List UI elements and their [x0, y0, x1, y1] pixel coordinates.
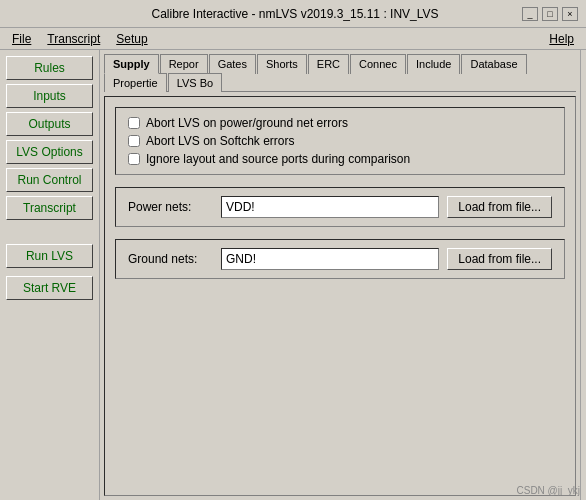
checkbox-ignore-ports[interactable]	[128, 153, 140, 165]
tab-properties[interactable]: Propertie	[104, 73, 167, 92]
tab-shorts[interactable]: Shorts	[257, 54, 307, 74]
content-area: Supply Repor Gates Shorts ERC Connec Inc…	[100, 50, 580, 500]
right-border	[580, 50, 586, 500]
checkbox-abort-power-label: Abort LVS on power/ground net errors	[146, 116, 348, 130]
checkbox-abort-softchk[interactable]	[128, 135, 140, 147]
tab-supply[interactable]: Supply	[104, 54, 159, 74]
tab-connect[interactable]: Connec	[350, 54, 406, 74]
menu-help[interactable]: Help	[541, 30, 582, 48]
checkbox-row-abort-power: Abort LVS on power/ground net errors	[128, 116, 552, 130]
ground-nets-label: Ground nets:	[128, 252, 213, 266]
tab-database[interactable]: Database	[461, 54, 526, 74]
checkbox-row-ignore-ports: Ignore layout and source ports during co…	[128, 152, 552, 166]
checkbox-group: Abort LVS on power/ground net errors Abo…	[115, 107, 565, 175]
sidebar-btn-outputs[interactable]: Outputs	[6, 112, 93, 136]
close-button[interactable]: ×	[562, 7, 578, 21]
checkbox-abort-softchk-label: Abort LVS on Softchk errors	[146, 134, 295, 148]
start-rve-button[interactable]: Start RVE	[6, 276, 93, 300]
checkbox-abort-power[interactable]	[128, 117, 140, 129]
power-nets-label: Power nets:	[128, 200, 213, 214]
tab-bar: Supply Repor Gates Shorts ERC Connec Inc…	[104, 54, 576, 92]
power-nets-load-button[interactable]: Load from file...	[447, 196, 552, 218]
title-bar: Calibre Interactive - nmLVS v2019.3_15.1…	[0, 0, 586, 28]
ground-nets-load-button[interactable]: Load from file...	[447, 248, 552, 270]
checkbox-ignore-ports-label: Ignore layout and source ports during co…	[146, 152, 410, 166]
ground-nets-row: Ground nets: Load from file...	[115, 239, 565, 279]
window-title: Calibre Interactive - nmLVS v2019.3_15.1…	[68, 7, 522, 21]
ground-nets-input[interactable]	[221, 248, 439, 270]
sidebar-btn-lvs-options[interactable]: LVS Options	[6, 140, 93, 164]
window-controls: _ □ ×	[522, 7, 578, 21]
menu-bar: File Transcript Setup Help	[0, 28, 586, 50]
supply-panel: Abort LVS on power/ground net errors Abo…	[104, 96, 576, 496]
main-layout: Rules Inputs Outputs LVS Options Run Con…	[0, 50, 586, 500]
sidebar-btn-transcript[interactable]: Transcript	[6, 196, 93, 220]
sidebar-btn-rules[interactable]: Rules	[6, 56, 93, 80]
tab-erc[interactable]: ERC	[308, 54, 349, 74]
power-nets-row: Power nets: Load from file...	[115, 187, 565, 227]
tab-report[interactable]: Repor	[160, 54, 208, 74]
watermark: CSDN @jj_ykj	[517, 485, 581, 496]
menu-transcript[interactable]: Transcript	[39, 30, 108, 48]
tab-lvs-box[interactable]: LVS Bo	[168, 73, 223, 92]
power-nets-input[interactable]	[221, 196, 439, 218]
sidebar: Rules Inputs Outputs LVS Options Run Con…	[0, 50, 100, 500]
run-lvs-button[interactable]: Run LVS	[6, 244, 93, 268]
minimize-button[interactable]: _	[522, 7, 538, 21]
menu-setup[interactable]: Setup	[108, 30, 155, 48]
menu-file[interactable]: File	[4, 30, 39, 48]
tab-gates[interactable]: Gates	[209, 54, 256, 74]
sidebar-btn-run-control[interactable]: Run Control	[6, 168, 93, 192]
checkbox-row-abort-softchk: Abort LVS on Softchk errors	[128, 134, 552, 148]
maximize-button[interactable]: □	[542, 7, 558, 21]
tab-include[interactable]: Include	[407, 54, 460, 74]
sidebar-btn-inputs[interactable]: Inputs	[6, 84, 93, 108]
sidebar-divider	[6, 224, 93, 230]
